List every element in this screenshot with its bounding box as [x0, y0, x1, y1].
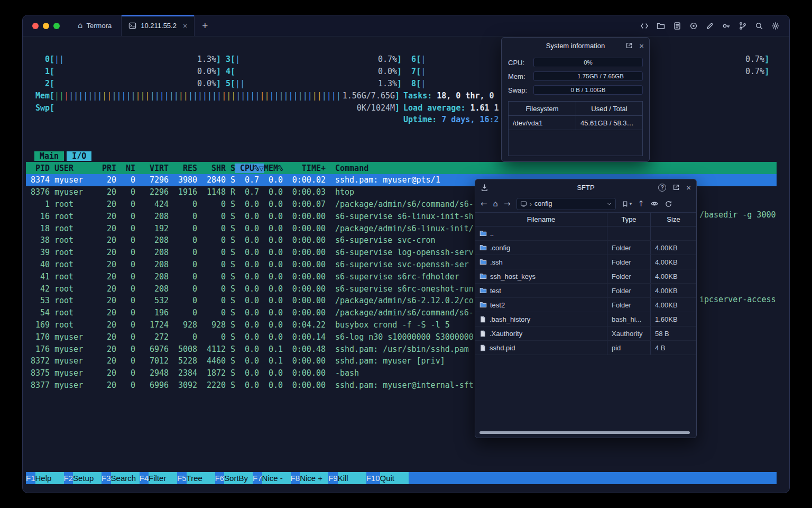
column-ni[interactable]: NI [121, 164, 135, 173]
show-hidden-eye-icon[interactable] [650, 199, 659, 208]
close-icon[interactable]: × [639, 42, 644, 50]
file-type: Folder [607, 269, 651, 283]
column-time[interactable]: TIME+ [283, 164, 326, 173]
cpu-usage-bar: 0% [533, 58, 643, 67]
swap-meter-bar: 0K/1024M [54, 103, 395, 113]
open-in-window-icon[interactable] [672, 184, 680, 191]
sftp-header: SFTP ? × [475, 179, 696, 195]
traffic-lights [32, 23, 60, 29]
home-icon: ⌂ [78, 22, 83, 30]
fkey-F4[interactable]: F4Filter [140, 472, 178, 484]
fkey-F10[interactable]: F10Quit [366, 472, 409, 484]
column-user[interactable]: USER [54, 164, 97, 173]
fkey-F1[interactable]: F1Help [26, 472, 64, 484]
column-res[interactable]: RES [169, 164, 197, 173]
file-type: Folder [607, 284, 651, 297]
sftp-file-row[interactable]: testFolder4.00KB [475, 284, 696, 298]
sftp-file-row[interactable]: test2Folder4.00KB [475, 298, 696, 312]
load-average: Load average:1.61 1 [403, 103, 499, 113]
tab-io[interactable]: I/O [67, 151, 91, 161]
sftp-file-row[interactable]: .. [475, 226, 696, 241]
tab-ssh-session[interactable]: 10.211.55.2 × [121, 15, 195, 36]
sftp-file-row[interactable]: sshd.pidpid4 B [475, 341, 696, 355]
open-in-window-icon[interactable] [625, 42, 633, 49]
folder-icon [479, 244, 487, 251]
folder-icon [479, 230, 487, 237]
bookmark-icon[interactable]: ▾ [622, 201, 632, 207]
minimize-window-button[interactable] [43, 23, 49, 29]
file-type: Folder [607, 255, 651, 269]
fkey-F5[interactable]: F5Tree [177, 472, 215, 484]
column-type[interactable]: Type [607, 213, 651, 226]
zoom-window-button[interactable] [53, 23, 60, 29]
sftp-file-row[interactable]: ssh_host_keysFolder4.00KB [475, 269, 696, 284]
help-icon[interactable]: ? [658, 184, 666, 192]
folder-icon [479, 258, 487, 266]
settings-icon[interactable] [771, 22, 780, 30]
fkey-F3[interactable]: F3Search [102, 472, 140, 484]
refresh-icon[interactable] [665, 200, 672, 208]
file-type: Folder [607, 298, 651, 312]
close-tab-icon[interactable]: × [183, 22, 187, 30]
column-shr[interactable]: SHR [197, 164, 226, 173]
column-cpu-sorted[interactable]: CPU% [235, 164, 259, 173]
transfers-download-icon[interactable] [481, 184, 488, 192]
toolbar-icons [640, 22, 780, 30]
column-filename[interactable]: Filename [475, 213, 607, 226]
file-type [607, 226, 651, 240]
function-key-bar: F1HelpF2SetupF3SearchF4FilterF5TreeF6Sor… [26, 472, 777, 484]
file-type: bash_hi... [607, 312, 651, 326]
fkey-F8[interactable]: F8Nice + [291, 472, 329, 484]
branch-icon[interactable] [739, 22, 747, 30]
tab-main[interactable]: Main [34, 151, 64, 161]
file-size: 4.00KB [651, 255, 696, 269]
fkey-F6[interactable]: F6SortBy [215, 472, 253, 484]
column-pid[interactable]: PID [26, 164, 50, 173]
fkey-F7[interactable]: F7Nice - [253, 472, 291, 484]
column-virt[interactable]: VIRT [135, 164, 169, 173]
forward-icon[interactable]: → [504, 200, 511, 208]
column-state[interactable]: S [230, 164, 235, 173]
cpu-meter-5: 5[||1.3%] [221, 79, 402, 88]
file-name: sshd.pid [490, 344, 515, 352]
back-icon[interactable]: ← [481, 200, 487, 208]
column-pri[interactable]: PRI [97, 164, 116, 173]
cpu-meter-0: 0[||1.3%] [26, 55, 221, 64]
column-command[interactable]: Command [335, 164, 777, 173]
home-icon[interactable]: ⌂ [493, 200, 499, 208]
column-mem[interactable]: MEM% [264, 164, 283, 173]
fkey-F9[interactable]: F9Kill [328, 472, 366, 484]
path-breadcrumb[interactable]: › config [516, 198, 616, 210]
column-size[interactable]: Size [651, 213, 696, 226]
filesystem-row[interactable]: /dev/vda1 45.61GB / 58.3… [509, 116, 642, 130]
new-tab-button[interactable]: + [202, 21, 208, 31]
sftp-file-row[interactable]: .bash_historybash_hi...1.60KB [475, 312, 696, 326]
cpu-meters: 0[||1.3%]3[|0.7%]6[|0.7%]1[0.0%]4[0.0%]7… [26, 53, 777, 89]
file-type: Xauthority [607, 326, 651, 340]
file-name: .config [490, 244, 510, 252]
current-directory: config [534, 200, 552, 207]
code-icon[interactable] [640, 22, 649, 30]
horizontal-scrollbar[interactable] [479, 431, 690, 434]
tab-termora-home[interactable]: ⌂ Termora [72, 15, 117, 36]
sftp-file-row[interactable]: .configFolder4.00KB [475, 241, 696, 255]
cpu-meter-4: 4[0.0%] [221, 67, 402, 76]
chevron-down-icon[interactable] [606, 201, 612, 207]
fkey-F2[interactable]: F2Setup [64, 472, 102, 484]
close-icon[interactable]: × [686, 184, 691, 192]
file-name: ssh_host_keys [490, 273, 536, 280]
edit-icon[interactable] [706, 22, 714, 30]
events-icon[interactable] [673, 22, 681, 30]
folder-icon[interactable] [657, 22, 665, 30]
sftp-table-header: Filename Type Size [475, 212, 696, 226]
record-icon[interactable] [689, 22, 698, 30]
parent-directory-icon[interactable]: ↑ [638, 200, 644, 208]
htop-screen-tabs: Main I/O [26, 150, 777, 162]
sftp-file-row[interactable]: .XauthorityXauthority58 B [475, 326, 696, 341]
key-icon[interactable] [722, 22, 731, 30]
mem-meter-bar: ||||||||||||||||||||||||||||||||||||||||… [54, 91, 395, 101]
search-icon[interactable] [755, 22, 763, 30]
sftp-file-row[interactable]: .sshFolder4.00KB [475, 255, 696, 269]
cpu-meter-1: 1[0.0%] [26, 67, 221, 76]
close-window-button[interactable] [32, 23, 39, 29]
